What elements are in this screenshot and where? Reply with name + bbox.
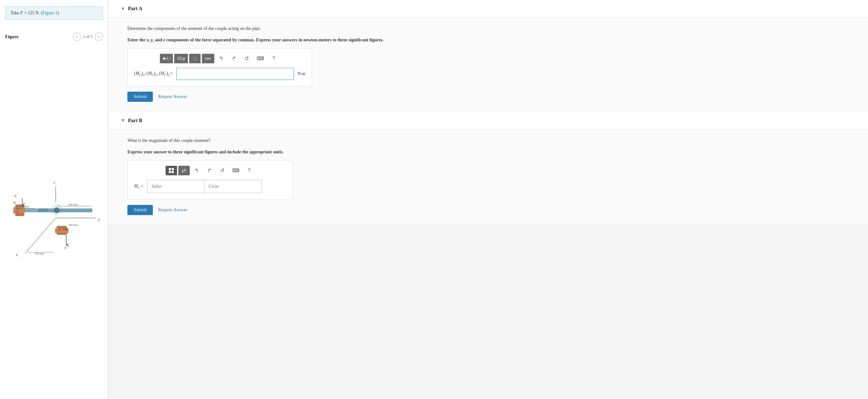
svg-line-5 [26,218,56,253]
part-b-submit-button[interactable]: Submit [127,205,153,215]
help-b-button[interactable]: ? [244,166,255,175]
svg-text:y: y [98,217,100,222]
svg-rect-34 [169,168,171,170]
arrows-button[interactable]: ↑↓ [189,54,200,63]
problem-info-box: Take F = 125 N. (Figure 1) [5,6,103,20]
part-a-submit-button[interactable]: Submit [127,92,153,102]
part-b-question1: What is the magnitude of this couple mom… [127,137,849,144]
part-b-eq-label: MC = [134,184,143,189]
svg-text:B: B [65,228,67,231]
prev-figure-button[interactable]: ‹ [73,32,81,41]
svg-text:200 mm: 200 mm [68,223,78,227]
part-a-input-row: (MC)x, (MC)y, (MC)z = N·m [134,68,305,80]
part-a-header: ▼ Part A [108,0,868,18]
reset-b-button[interactable]: ↺ [217,166,228,175]
svg-text:−F: −F [13,194,17,198]
part-b-question2: Express your answer to three significant… [127,148,849,156]
keyboard-button[interactable]: ⌨ [254,54,267,63]
part-a-request-link[interactable]: Request Answer [158,94,187,99]
part-b-chevron[interactable]: ▼ [121,118,125,123]
value-units-row [147,180,262,193]
part-a-section: ▼ Part A Determine the components of the… [108,0,868,111]
figure-title: Figure [5,34,19,39]
part-a-question1: Determine the components of the moment o… [127,25,849,32]
part-a-toolbar: ■√□ AΣφ ↑↓ vec ↰ ↱ ↺ ⌨ ? [134,54,305,63]
part-a-input[interactable] [177,68,294,80]
redo-button[interactable]: ↱ [228,54,240,63]
svg-text:z: z [53,180,55,185]
symbols-button[interactable]: AΣφ [174,54,188,63]
part-b-action-row: Submit Request Answer [127,205,849,215]
part-b-header: ▼ Part B [108,112,868,130]
figure-image: z y x O [0,43,108,399]
svg-point-18 [59,228,61,230]
part-b-title: Part B [128,118,142,124]
svg-point-11 [54,207,60,213]
svg-point-19 [63,228,65,230]
figure-nav: ‹ 1 of 1 › [73,32,103,41]
part-a-title: Part A [128,6,142,11]
help-button-a[interactable]: ? [268,54,280,63]
svg-rect-35 [172,168,174,170]
page-indicator: 1 of 1 [83,34,93,39]
svg-text:F: F [64,246,67,250]
part-a-action-row: Submit Request Answer [127,92,849,102]
svg-text:A: A [13,200,16,204]
diagram-svg: z y x O [6,176,102,266]
svg-rect-37 [172,171,174,173]
figure-link[interactable]: Figure 1 [42,10,57,15]
grid-button[interactable] [165,166,177,175]
part-a-eq-label: (MC)x, (MC)y, (MC)z = [134,71,173,77]
part-a-chevron[interactable]: ▼ [121,6,125,11]
left-panel: Take F = 125 N. (Figure 1) Figure ‹ 1 of… [0,0,108,399]
undo-button[interactable]: ↰ [216,54,227,63]
part-b-request-link[interactable]: Request Answer [158,207,187,212]
problem-text: Take F = 125 N. (Figure 1) [10,10,59,15]
svg-text:x: x [16,253,18,257]
units-symbol-button[interactable]: μĀ [178,166,190,175]
svg-rect-36 [169,171,171,173]
vec-button[interactable]: vec [202,54,214,63]
svg-point-15 [17,211,19,213]
part-a-body: Determine the components of the moment o… [108,18,868,111]
svg-rect-13 [13,207,25,213]
undo-b-button[interactable]: ↰ [191,166,203,175]
svg-text:150 mm: 150 mm [20,205,29,208]
part-b-body: What is the magnitude of this couple mom… [108,130,868,225]
part-b-input-row: MC = [134,180,286,193]
redo-b-button[interactable]: ↱ [204,166,215,175]
next-figure-button[interactable]: › [95,32,103,41]
reset-button[interactable]: ↺ [241,54,252,63]
part-a-answer-box: ■√□ AΣφ ↑↓ vec ↰ ↱ ↺ ⌨ ? (MC)x, (MC)y, (… [127,48,312,87]
part-b-toolbar: μĀ ↰ ↱ ↺ ⌨ ? [134,166,286,175]
svg-text:600 mm: 600 mm [68,203,78,206]
matrix-button[interactable]: ■√□ [160,54,173,63]
part-b-section: ▼ Part B What is the magnitude of this c… [108,112,868,225]
keyboard-b-button[interactable]: ⌨ [229,166,242,175]
part-a-question2: Enter the x, y, and z components of the … [127,37,849,43]
figure-header: Figure ‹ 1 of 1 › [0,27,108,43]
part-b-answer-box: μĀ ↰ ↱ ↺ ⌨ ? MC = [127,160,293,200]
part-b-units-input[interactable] [205,180,262,193]
svg-text:150 mm: 150 mm [34,252,44,255]
part-b-value-input[interactable] [147,180,205,193]
right-panel: ▼ Part A Determine the components of the… [108,0,868,399]
part-a-unit: N·m [298,71,306,76]
